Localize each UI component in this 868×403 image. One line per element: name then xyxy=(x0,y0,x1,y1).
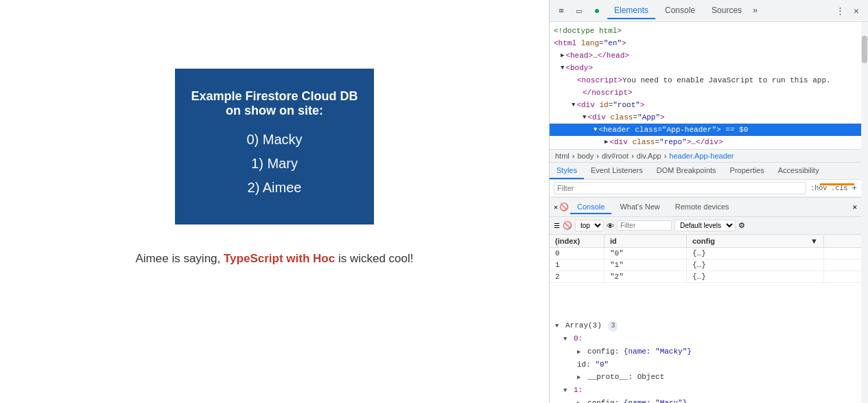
table-header: (index) id config ▼ xyxy=(550,235,861,248)
expand-0-proto-icon[interactable]: ▶ xyxy=(577,374,580,381)
context-selector[interactable]: top xyxy=(575,220,604,231)
cell-index-1: 1 xyxy=(550,260,605,270)
breadcrumb-body[interactable]: body xyxy=(577,152,594,160)
expand-0-config-icon[interactable]: ▶ xyxy=(577,349,580,356)
breadcrumb-bar: html › body › div#root › div.App › heade… xyxy=(550,149,861,163)
tab-sources[interactable]: Sources xyxy=(705,3,749,19)
breadcrumb-app[interactable]: div.App xyxy=(637,152,661,160)
console-topbar: ✕ 🚫 Console What's New Remote devices ✕ xyxy=(550,198,861,217)
breadcrumb-header[interactable]: header.App-header xyxy=(669,152,734,160)
devtools-main-inner: <!doctype html> <html lang="en"> ▶ <head… xyxy=(550,22,861,403)
html-line-div-app[interactable]: ▼ <div class="App"> xyxy=(550,111,861,124)
triangle-body[interactable]: ▼ xyxy=(561,62,564,73)
cell-id-2: "2" xyxy=(605,271,687,282)
main-content: Example Firestore Cloud DB on show on si… xyxy=(0,0,549,403)
triangle-repo[interactable]: ▶ xyxy=(605,137,608,148)
console-item-0-proto[interactable]: ▶ __proto__: Object xyxy=(550,371,861,384)
status-suffix: is wicked cool! xyxy=(335,252,413,265)
expand-1-config-icon[interactable]: ▶ xyxy=(577,400,580,404)
filter-hov-btn[interactable]: :hov xyxy=(810,185,827,192)
blue-box-title: Example Firestore Cloud DB on show on si… xyxy=(189,89,360,118)
more-tabs-icon[interactable]: » xyxy=(753,6,758,16)
filter-input[interactable] xyxy=(554,182,806,194)
console-toolbar: ☰ 🚫 top 👁 Default levels ⚙ xyxy=(550,217,861,235)
blue-box-item-1: 1) Mary xyxy=(189,156,360,172)
tab-styles[interactable]: Styles xyxy=(550,163,584,179)
triangle-root[interactable]: ▼ xyxy=(572,100,575,111)
console-close-x[interactable]: ✕ xyxy=(852,203,857,211)
tab-accessibility[interactable]: Accessibility xyxy=(771,163,826,179)
orange-accent-line xyxy=(820,183,854,185)
triangle-head[interactable]: ▶ xyxy=(561,50,564,61)
circle-icon[interactable]: ● xyxy=(589,3,605,19)
array-badge: 3 xyxy=(608,321,618,332)
scrollbar-thumb[interactable] xyxy=(862,36,867,63)
filter-cls-btn[interactable]: .cls xyxy=(831,185,847,192)
levels-selector[interactable]: Default levels xyxy=(675,220,736,231)
table-row-0[interactable]: 0 "0" {…} xyxy=(550,248,861,260)
html-line-header[interactable]: ▼ <header class="App-header"> == $0 xyxy=(550,124,861,136)
console-tab-console[interactable]: Console xyxy=(570,200,611,214)
vertical-scrollbar[interactable] xyxy=(861,22,868,403)
devtools-close-icon[interactable]: ✕ xyxy=(849,3,864,19)
status-prefix: Aimee is saying, xyxy=(136,252,224,265)
device-icon[interactable]: ▭ xyxy=(572,3,587,19)
html-line-html: <html lang="en"> xyxy=(550,37,861,49)
html-line-body[interactable]: ▼ <body> xyxy=(550,62,861,74)
tab-elements[interactable]: Elements xyxy=(607,3,655,19)
console-array-header[interactable]: ▼ Array(3) 3 xyxy=(550,319,861,332)
console-item-0[interactable]: ▼ 0: xyxy=(550,332,861,345)
console-filter-input[interactable] xyxy=(617,220,672,231)
console-settings-icon[interactable]: ⚙ xyxy=(738,221,745,230)
breadcrumb-html[interactable]: html xyxy=(555,152,570,160)
devtools-panel: ⌧ ▭ ● Elements Console Sources » ⋮ ✕ <!d… xyxy=(549,0,868,403)
console-prohibit-icon[interactable]: 🚫 xyxy=(563,221,572,230)
table-row-1[interactable]: 1 "1" {…} xyxy=(550,260,861,271)
console-sidebar-icon[interactable]: ☰ xyxy=(554,222,560,229)
console-table: (index) id config ▼ 0 "0" {…} 1 xyxy=(550,235,861,318)
html-line-head[interactable]: ▶ <head>…</head> xyxy=(550,49,861,62)
elements-panel[interactable]: <!doctype html> <html lang="en"> ▶ <head… xyxy=(550,22,861,149)
breadcrumb-root[interactable]: div#root xyxy=(602,152,629,160)
status-text: Aimee is saying, TypeScript with Hoc is … xyxy=(136,252,414,266)
html-line-div-repo[interactable]: ▶ <div class="repo">…</div> xyxy=(550,136,861,148)
expand-array-icon[interactable]: ▼ xyxy=(555,323,559,330)
inspect-icon[interactable]: ⌧ xyxy=(554,3,569,19)
html-line-div-root[interactable]: ▼ <div id="root"> xyxy=(550,99,861,111)
expand-1-icon[interactable]: ▼ xyxy=(563,387,567,394)
console-item-1[interactable]: ▼ 1: xyxy=(550,384,861,397)
html-line-doctype: <!doctype html> xyxy=(550,25,861,37)
cell-index-2: 2 xyxy=(550,271,605,282)
status-highlight: TypeScript with Hoc xyxy=(224,252,335,265)
tab-properties[interactable]: Properties xyxy=(723,163,771,179)
triangle-header[interactable]: ▼ xyxy=(594,124,597,135)
sort-icon[interactable]: ▼ xyxy=(810,237,818,245)
console-item-0-config[interactable]: ▶ config: {name: "Macky"} xyxy=(550,345,861,358)
tab-console[interactable]: Console xyxy=(658,3,702,19)
console-item-1-config[interactable]: ▶ config: {name: "Mary"} xyxy=(550,397,861,404)
html-line-noscript-end: </noscript> xyxy=(550,87,861,99)
col-header-config: config ▼ xyxy=(687,235,824,247)
cell-index-0: 0 xyxy=(550,248,605,259)
cell-id-1: "1" xyxy=(605,260,687,270)
panel-tabs: Styles Event Listeners DOM Breakpoints P… xyxy=(550,163,861,180)
table-row-2[interactable]: 2 "2" {…} xyxy=(550,271,861,283)
tab-dom-breakpoints[interactable]: DOM Breakpoints xyxy=(650,163,723,179)
cell-id-0: "0" xyxy=(605,248,687,259)
expand-0-icon[interactable]: ▼ xyxy=(563,336,567,343)
console-tab-whatsnew[interactable]: What's New xyxy=(613,200,666,214)
devtools-main: <!doctype html> <html lang="en"> ▶ <head… xyxy=(550,22,868,403)
devtools-menu-icon[interactable]: ⋮ xyxy=(832,3,847,19)
close-console-icon[interactable]: ✕ xyxy=(852,203,857,211)
console-clear-icon[interactable]: 🚫 xyxy=(559,203,569,211)
col-header-id: id xyxy=(605,235,687,247)
console-close-icon[interactable]: ✕ xyxy=(554,203,558,211)
cell-config-1: {…} xyxy=(687,260,824,270)
cell-config-0: {…} xyxy=(687,248,824,259)
html-line-noscript: <noscript>You need to enable JavaScript … xyxy=(550,74,861,87)
triangle-app[interactable]: ▼ xyxy=(583,112,586,123)
tab-event-listeners[interactable]: Event Listeners xyxy=(584,163,650,179)
eye-icon[interactable]: 👁 xyxy=(607,222,614,230)
console-tab-remote[interactable]: Remote devices xyxy=(668,200,736,214)
console-output: ▼ Array(3) 3 ▼ 0: ▶ config: {name: "Mack… xyxy=(550,318,861,404)
